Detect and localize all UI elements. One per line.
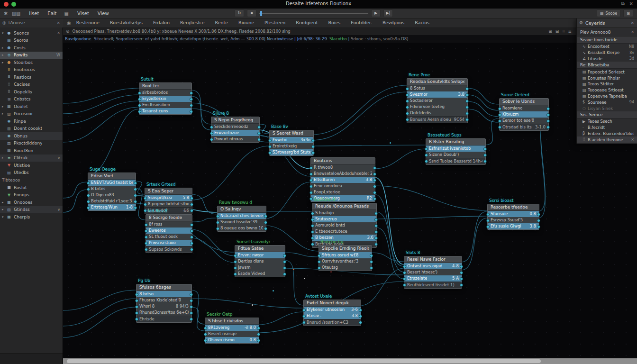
node-socket-row[interactable]: Oteutsg xyxy=(319,264,372,271)
node-socket-row[interactable]: EoopLxterioe xyxy=(311,189,375,195)
input-port[interactable] xyxy=(311,230,314,234)
graph-node-6[interactable]: BoutcinsR thwoo8BnswseteloeAbdsduhseble:… xyxy=(310,157,375,202)
expand-arrow-icon[interactable]: ▸ xyxy=(2,105,6,109)
node-socket-row[interactable]: Resosrbe tfeedoe xyxy=(488,204,539,211)
output-port[interactable] xyxy=(460,265,463,268)
node-socket-row[interactable]: Sfunsuie0.8 xyxy=(488,211,539,217)
output-port[interactable] xyxy=(257,138,261,141)
node-socket-row[interactable]: Eroiret/ixeig xyxy=(270,143,313,149)
node-socket-row[interactable]: Sfrtuns osrud w£8 xyxy=(319,252,372,258)
input-port[interactable] xyxy=(234,266,237,270)
input-port[interactable] xyxy=(135,299,138,302)
output-port[interactable] xyxy=(311,139,315,142)
output-port[interactable] xyxy=(190,104,193,107)
input-port[interactable] xyxy=(403,265,406,268)
node-socket-row[interactable]: Edisn Voet xyxy=(88,173,136,180)
input-port[interactable] xyxy=(406,100,409,103)
graph-node-11[interactable]: fed ftev.88 Socrgo feoide8f rossEweerosS… xyxy=(146,214,192,253)
sidebar-item-17[interactable]: ▸≣Clitruk∨ xyxy=(0,155,63,162)
output-port[interactable] xyxy=(370,254,373,257)
node-socket-row[interactable]: Powurt.ntnxas xyxy=(211,136,259,142)
input-port[interactable] xyxy=(311,224,314,228)
tab-11[interactable]: Racios xyxy=(410,18,435,27)
output-port[interactable] xyxy=(465,118,469,121)
node-socket-row[interactable]: Nstczuzd ches bevoe xyxy=(218,213,266,219)
step-button[interactable]: ▪ xyxy=(247,9,256,17)
node-socket-row[interactable]: Besert htoesc') xyxy=(404,269,462,275)
input-port[interactable] xyxy=(144,197,147,200)
graph-node-1[interactable]: Siiure 8S Nepo PsrgdheogSreckderreeoodzE… xyxy=(211,117,260,143)
node-socket-row[interactable]: Ssnsprt/kcsr5 8 xyxy=(145,195,192,201)
node-socket-row[interactable]: Ontwst osrs.ogad4-8 xyxy=(404,263,462,269)
output-port[interactable] xyxy=(373,191,376,194)
node-socket-row[interactable]: Em.Ihsvisiben xyxy=(139,102,191,108)
input-port[interactable] xyxy=(135,293,138,296)
sidebar-item-0[interactable]: ▾●Seoncs× xyxy=(0,29,63,37)
sidebar-item-6[interactable]: ⠿Restiocs xyxy=(0,73,63,81)
node-socket-row[interactable]: Bonusrs Aersn sloeu tieuld9C64 xyxy=(407,116,467,123)
node-socket-row[interactable]: Fdtue Satee xyxy=(235,246,285,252)
graph-node-8[interactable]: Blotche CgSispclie Ernding RieoldSfrtuns… xyxy=(318,245,372,271)
tab-2[interactable]: Frdalon xyxy=(148,18,175,27)
maximize-icon[interactable]: ⧉ xyxy=(621,1,625,7)
input-port[interactable] xyxy=(216,215,219,218)
node-socket-row[interactable]: Tasunst cuns xyxy=(139,108,191,114)
output-port[interactable] xyxy=(483,154,487,157)
skip-end-button[interactable]: ▶| xyxy=(383,9,393,17)
input-port[interactable] xyxy=(87,182,90,185)
node-socket-row[interactable]: Ehrisde xyxy=(136,316,191,322)
sidebar-item-19[interactable]: ▤Utedbs xyxy=(0,169,63,177)
node-socket-row[interactable]: Supsos Sckowds xyxy=(146,246,192,253)
node-socket-row[interactable]: Root ter xyxy=(139,83,191,90)
panel-item-1-3[interactable]: ▤Teoooaoe Srtioest xyxy=(577,87,637,93)
output-port[interactable] xyxy=(190,248,193,251)
node-socket-row[interactable]: Esrzvsp 3susd'5 xyxy=(488,217,539,223)
output-port[interactable] xyxy=(283,273,286,276)
sidebar-item-11[interactable]: ▸▨Pocosoor xyxy=(0,110,63,118)
tab-1[interactable]: Roestvkdsetps xyxy=(105,18,148,27)
panel-item-1-5[interactable]: $Sourseee94 xyxy=(577,99,637,105)
node-socket-row[interactable]: Kitvuzm xyxy=(500,111,548,118)
output-port[interactable] xyxy=(190,299,193,302)
output-port[interactable] xyxy=(465,112,469,115)
sidebar-item-16[interactable]: ▦Roocl8on xyxy=(0,147,63,155)
panel-item-1-1[interactable]: ▤Eonustes Rhoisr xyxy=(577,75,637,81)
loop-icon[interactable]: ↻ xyxy=(235,9,244,17)
input-port[interactable] xyxy=(318,260,321,264)
node-socket-row[interactable]: Reodoa Eoeutvldts Svlopee xyxy=(407,79,467,85)
output-port[interactable] xyxy=(264,227,267,230)
tab-4[interactable]: Rente xyxy=(209,18,233,27)
input-port[interactable] xyxy=(268,139,272,142)
input-port[interactable] xyxy=(138,98,141,101)
output-port[interactable] xyxy=(460,277,463,281)
node-socket-row[interactable]: Whsrl 88 94/3 xyxy=(136,303,191,309)
input-port[interactable] xyxy=(145,242,148,245)
node-socket-row[interactable]: Eftsdturen3.8 xyxy=(311,177,375,183)
node-socket-row[interactable]: 8 Sotus xyxy=(407,85,467,91)
input-port[interactable] xyxy=(311,237,314,240)
panel-item-2-0[interactable]: ▶Teoes Ssech xyxy=(577,118,637,125)
graph-node-0[interactable]: SutuitRoot tersirbsobrodosEryzidterxinEm… xyxy=(139,82,192,115)
output-port[interactable] xyxy=(190,311,193,315)
subpanel-close-icon[interactable]: × xyxy=(631,30,634,34)
input-port[interactable] xyxy=(145,248,148,251)
input-port[interactable] xyxy=(406,106,409,109)
sidebar-search[interactable]: ◎ tAronse × xyxy=(0,18,64,28)
input-port[interactable] xyxy=(486,213,490,216)
output-port[interactable] xyxy=(311,151,315,155)
grid-view-icon[interactable]: ⊞ xyxy=(548,29,552,34)
sidebar-item-4[interactable]: ▸●Stoorbos xyxy=(0,59,63,66)
node-socket-row[interactable]: Olsnvn rismo0.8 xyxy=(205,337,259,343)
input-port[interactable] xyxy=(268,145,272,148)
output-port[interactable] xyxy=(134,182,137,185)
node-socket-row[interactable]: Bnsrud /sosrtion+C3 xyxy=(304,319,361,326)
graph-node-14[interactable]: Pg UbSfuisos 6bsges8 brtsoFhusras Kisde'… xyxy=(136,284,192,323)
tab-lead-icon[interactable]: ◉ xyxy=(67,20,71,26)
input-port[interactable] xyxy=(302,321,306,324)
node-socket-row[interactable]: Resel Nswe Fsclor xyxy=(404,256,462,263)
node-socket-row[interactable]: O Sa.Inqv xyxy=(218,206,266,213)
input-port[interactable] xyxy=(144,209,147,212)
output-port[interactable] xyxy=(546,113,550,117)
input-port[interactable] xyxy=(135,311,138,315)
input-port[interactable] xyxy=(210,138,213,141)
